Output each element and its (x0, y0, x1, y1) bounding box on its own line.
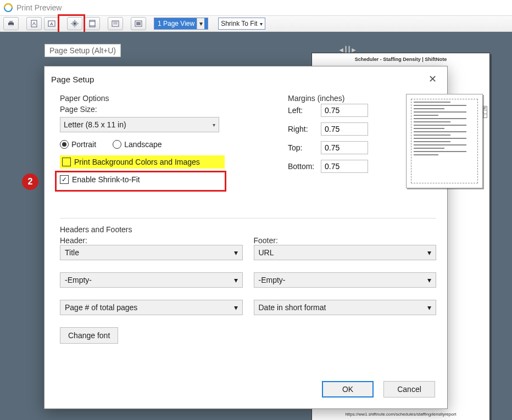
page-thumbnail (406, 94, 483, 188)
page-setup-button[interactable] (67, 17, 82, 30)
headers-footers-label: Headers and Footers (60, 225, 436, 234)
footer-label: Footer: (254, 236, 437, 245)
radio-dot-icon (60, 140, 69, 149)
header-select-3[interactable]: Page # of total pages▾ (60, 300, 243, 315)
header-label: Header: (60, 236, 243, 245)
window-titlebar: Print Preview (0, 0, 512, 15)
chevron-down-icon: ▾ (197, 18, 204, 29)
margin-bottom-label: Bottom: (288, 162, 321, 171)
enable-shrink-label: Enable Shrink-to-Fit (72, 175, 140, 184)
page-size-value: Letter (8.5 x 11 in) (64, 120, 126, 129)
margin-top-input[interactable] (321, 141, 368, 154)
footer-select-2[interactable]: -Empty-▾ (254, 272, 437, 288)
chevron-down-icon: ▾ (427, 303, 431, 312)
page-setup-tooltip: Page Setup (Alt+U) (44, 44, 121, 57)
page-view-value: 1 Page View (158, 20, 194, 27)
margins-label: Margins (inches) (288, 94, 368, 103)
orientation-portrait-radio[interactable]: Portrait (60, 140, 96, 149)
chevron-down-icon: ▾ (234, 276, 238, 284)
landscape-label: Landscape (124, 140, 162, 149)
preview-footer-text: https://ww1.shiftnote.com/schedules/staf… (312, 412, 489, 417)
margin-bottom-input[interactable] (321, 160, 368, 173)
chevron-down-icon: ▾ (260, 21, 263, 27)
enable-shrink-checkbox[interactable]: Enable Shrink-to-Fit (60, 175, 436, 184)
margin-top-label: Top: (288, 143, 321, 152)
page-view-select[interactable]: 1 Page View ▾ (154, 18, 208, 30)
chevron-down-icon: ▾ (234, 248, 238, 257)
paper-options-label: Paper Options (60, 94, 436, 103)
print-preview-toolbar: A A 1 Page View ▾ Shrink To Fit ▾ (0, 15, 512, 32)
orientation-landscape-radio[interactable]: Landscape (113, 140, 162, 149)
cancel-button[interactable]: Cancel (383, 381, 435, 397)
radio-dot-icon (113, 140, 121, 149)
change-font-button[interactable]: Change font (60, 327, 118, 344)
margin-right-input[interactable] (321, 122, 368, 136)
portrait-button[interactable]: A (26, 17, 42, 30)
page-size-label: Page Size: (60, 105, 436, 114)
full-page-button[interactable] (131, 17, 146, 30)
svg-point-9 (74, 23, 76, 25)
footer-select-1[interactable]: URL▾ (254, 245, 437, 260)
portrait-label: Portrait (71, 140, 96, 149)
preview-header-text: Scheduler - Staffing Density | ShiftNote (312, 57, 489, 62)
headers-toggle-button[interactable] (85, 17, 100, 30)
full-width-button[interactable] (108, 17, 123, 30)
close-button[interactable]: ✕ (424, 71, 441, 87)
margin-right-label: Right: (288, 125, 321, 133)
page-size-select[interactable]: Letter (8.5 x 11 in) ▾ (60, 117, 219, 132)
page-setup-dialog: Page Setup ✕ Paper Options Page Size: Le… (44, 66, 448, 409)
header-select-1[interactable]: Title▾ (60, 245, 243, 260)
window-title: Print Preview (16, 3, 62, 12)
shrink-to-fit-select[interactable]: Shrink To Fit ▾ (218, 18, 265, 30)
chevron-down-icon: ▾ (427, 248, 431, 257)
ie-logo-icon (3, 3, 13, 13)
footer-select-3[interactable]: Date in short format▾ (254, 300, 437, 315)
chevron-down-icon: ▾ (213, 122, 215, 128)
chevron-down-icon: ▾ (234, 303, 238, 312)
svg-text:A: A (50, 21, 53, 26)
svg-rect-2 (9, 21, 13, 23)
print-button[interactable] (3, 17, 19, 30)
shrink-value: Shrink To Fit (221, 20, 257, 27)
checkbox-icon (62, 158, 71, 166)
header-select-2[interactable]: -Empty-▾ (60, 272, 243, 288)
checkbox-icon (60, 175, 69, 184)
landscape-button[interactable]: A (44, 17, 59, 30)
annotation-badge-2: 2 (22, 173, 38, 190)
chevron-down-icon: ▾ (427, 276, 431, 284)
margin-left-label: Left: (288, 106, 321, 115)
dialog-title: Page Setup (51, 75, 94, 84)
svg-text:A: A (32, 21, 36, 26)
svg-rect-3 (9, 25, 13, 26)
margin-left-input[interactable] (321, 104, 368, 117)
print-background-checkbox[interactable]: Print Background Colors and Images (60, 155, 225, 169)
svg-rect-22 (136, 22, 141, 25)
print-background-label: Print Background Colors and Images (74, 158, 200, 166)
ok-button[interactable]: OK (322, 381, 374, 397)
